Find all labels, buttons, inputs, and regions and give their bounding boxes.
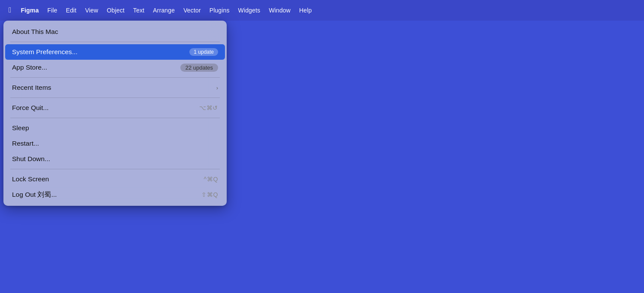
menu-bar-view[interactable]: View: [81, 5, 103, 15]
lock-screen-shortcut: ^⌘Q: [204, 176, 218, 183]
menu-bar-figma[interactable]: Figma: [16, 5, 43, 15]
menu-bar-arrange[interactable]: Arrange: [149, 5, 179, 15]
menu-item-lock-screen[interactable]: Lock Screen ^⌘Q: [3, 171, 227, 187]
separator-3: [10, 98, 220, 98]
menu-item-recent-items[interactable]: Recent Items ›: [3, 80, 227, 95]
separator-4: [10, 118, 220, 118]
menu-item-app-store[interactable]: App Store... 22 updates: [3, 60, 227, 75]
menu-item-about[interactable]: About This Mac: [3, 24, 227, 40]
menu-bar-help[interactable]: Help: [295, 5, 316, 15]
menu-item-logout[interactable]: Log Out 刘蜀... ⇧⌘Q: [3, 187, 227, 202]
force-quit-shortcut: ⌥⌘↺: [199, 104, 218, 111]
menu-item-shutdown[interactable]: Shut Down...: [3, 151, 227, 167]
menu-bar-window[interactable]: Window: [264, 5, 295, 15]
menu-bar-file[interactable]: File: [43, 5, 61, 15]
separator-5: [10, 169, 220, 169]
logout-shortcut: ⇧⌘Q: [201, 191, 218, 198]
menu-bar-vector[interactable]: Vector: [179, 5, 205, 15]
separator-1: [10, 42, 220, 42]
menu-bar:  Figma File Edit View Object Text Arran…: [0, 0, 644, 21]
menu-bar-object[interactable]: Object: [103, 5, 129, 15]
apple-menu-trigger[interactable]: : [3, 4, 16, 16]
menu-bar-plugins[interactable]: Plugins: [205, 5, 234, 15]
menu-item-sleep[interactable]: Sleep: [3, 120, 227, 136]
recent-items-chevron-icon: ›: [216, 85, 218, 91]
apple-menu-dropdown: About This Mac System Preferences... 1 u…: [3, 21, 227, 206]
menu-item-force-quit[interactable]: Force Quit... ⌥⌘↺: [3, 100, 227, 116]
menu-item-system-prefs[interactable]: System Preferences... 1 update: [5, 44, 225, 60]
system-prefs-badge: 1 update: [189, 48, 218, 56]
menu-bar-edit[interactable]: Edit: [61, 5, 81, 15]
menu-bar-widgets[interactable]: Widgets: [234, 5, 265, 15]
app-store-badge: 22 updates: [180, 64, 218, 72]
menu-bar-text[interactable]: Text: [129, 5, 149, 15]
separator-2: [10, 77, 220, 78]
menu-item-restart[interactable]: Restart...: [3, 136, 227, 151]
